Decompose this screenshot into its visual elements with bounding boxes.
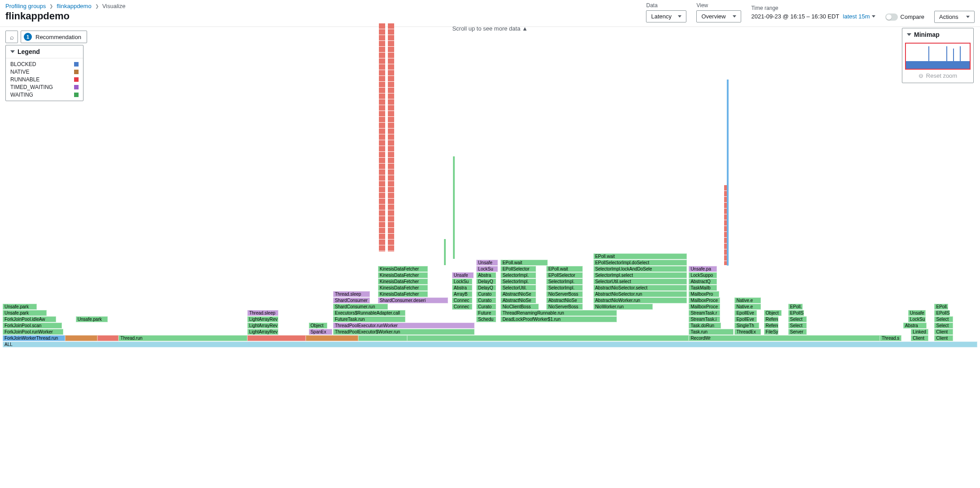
view-dropdown[interactable]: Overview [696,10,741,22]
time-range-label: Time range [751,5,875,11]
breadcrumb-visualize: Visualize [102,3,126,9]
caret-down-icon [872,15,875,18]
data-value: Latency [651,13,672,20]
view-value: Overview [701,13,725,20]
flame-stack[interactable] [379,23,385,43]
actions-dropdown[interactable]: Actions [934,11,975,23]
data-label: Data [646,2,686,9]
latest-link[interactable]: latest 15m [843,13,875,20]
flame-graph[interactable]: ALL ForkJoinWorkerThread.run Thread.run … [3,23,977,43]
breadcrumb-profiling-groups[interactable]: Profiling groups [5,3,46,9]
caret-down-icon [678,15,681,18]
data-dropdown[interactable]: Latency [646,10,686,22]
breadcrumb: Profiling groups ❯ flinkappdemo ❯ Visual… [5,3,125,9]
chevron-right-icon: ❯ [95,4,99,9]
caret-down-icon [966,16,970,18]
breadcrumb-app[interactable]: flinkappdemo [57,3,91,9]
chevron-right-icon: ❯ [49,4,53,9]
time-value: 2021-09-23 @ 16:15 – 16:30 EDT [751,13,839,20]
view-label: View [696,2,741,9]
caret-down-icon [733,15,736,18]
compare-label: Compare [901,13,924,20]
page-title: flinkappdemo [5,10,125,22]
flame-stack[interactable] [388,23,394,43]
compare-toggle[interactable] [885,13,898,21]
